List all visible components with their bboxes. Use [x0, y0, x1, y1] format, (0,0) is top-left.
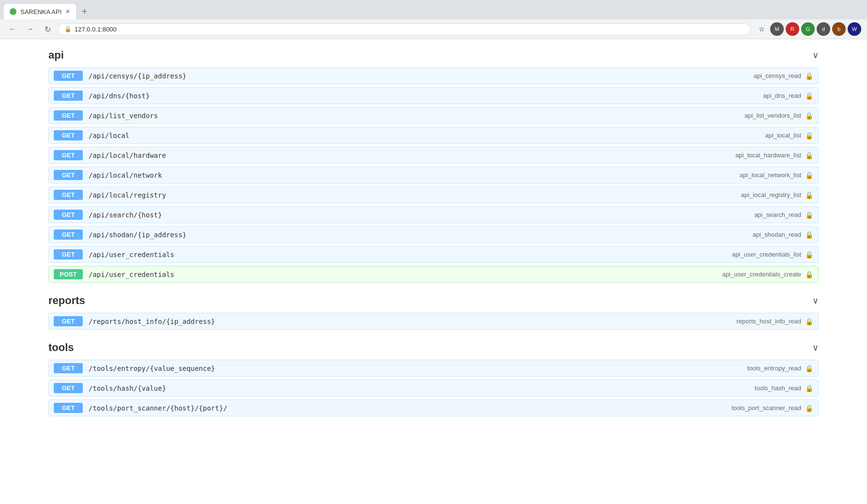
endpoint-path: /api/local/network — [89, 171, 740, 179]
method-badge: POST — [54, 269, 83, 279]
endpoint-row[interactable]: POST/api/user_credentialsapi_user_creden… — [48, 266, 819, 283]
toolbar-icons: ☆ M R G d b W — [755, 22, 861, 36]
endpoint-row[interactable]: GET/api/user_credentialsapi_user_credent… — [48, 246, 819, 263]
endpoint-operation-name: api_user_credentials_list — [732, 251, 801, 258]
section-header-reports: reports∨ — [48, 294, 819, 307]
section-reports: reports∨GET/reports/host_info/{ip_addres… — [48, 294, 819, 330]
method-badge: GET — [54, 363, 83, 373]
ext-icon-5[interactable]: b — [832, 22, 846, 36]
endpoint-row[interactable]: GET/api/shodan/{ip_address}api_shodan_re… — [48, 226, 819, 243]
endpoint-path: /api/dns/{host} — [89, 92, 763, 100]
active-tab[interactable]: SARENKA API ✕ — [4, 4, 76, 19]
endpoint-operation-name: api_local_network_list — [740, 171, 801, 179]
endpoint-row[interactable]: GET/api/dns/{host}api_dns_read🔒 — [48, 87, 819, 104]
method-badge: GET — [54, 190, 83, 200]
endpoint-lock-icon: 🔒 — [805, 112, 813, 120]
address-input[interactable]: 🔒 127.0.0.1:8000 — [58, 23, 751, 35]
security-lock-icon: 🔒 — [64, 26, 72, 32]
endpoint-row[interactable]: GET/api/local/hardwareapi_local_hardware… — [48, 147, 819, 164]
section-tools: tools∨GET/tools/entropy/{value_sequence}… — [48, 341, 819, 416]
endpoint-operation-name: api_user_credentials_create — [722, 271, 801, 278]
method-badge: GET — [54, 130, 83, 140]
method-badge: GET — [54, 249, 83, 260]
endpoint-row[interactable]: GET/tools/entropy/{value_sequence}tools_… — [48, 360, 819, 377]
method-badge: GET — [54, 229, 83, 240]
method-badge: GET — [54, 403, 83, 413]
new-tab-button[interactable]: + — [78, 7, 91, 17]
tab-title: SARENKA API — [20, 8, 61, 15]
endpoint-lock-icon: 🔒 — [805, 231, 813, 239]
endpoint-operation-name: api_local_registry_list — [741, 191, 801, 199]
endpoint-lock-icon: 🔒 — [805, 318, 813, 325]
endpoint-path: /api/censys/{ip_address} — [89, 72, 754, 80]
endpoint-path: /tools/port_scanner/{host}/{port}/ — [89, 404, 731, 412]
endpoint-row[interactable]: GET/tools/port_scanner/{host}/{port}/too… — [48, 399, 819, 416]
section-header-tools: tools∨ — [48, 341, 819, 354]
endpoint-row[interactable]: GET/api/local/networkapi_local_network_l… — [48, 167, 819, 183]
endpoint-lock-icon: 🔒 — [805, 251, 813, 259]
endpoint-lock-icon: 🔒 — [805, 171, 813, 179]
tab-bar: SARENKA API ✕ + — [0, 0, 867, 19]
forward-button[interactable]: → — [23, 22, 37, 36]
endpoint-path: /api/search/{host} — [89, 211, 754, 219]
endpoint-path: /api/shodan/{ip_address} — [89, 231, 753, 239]
endpoint-row[interactable]: GET/api/list_vendorsapi_list_vendors_lis… — [48, 107, 819, 124]
endpoint-operation-name: tools_hash_read — [755, 384, 801, 392]
tab-favicon — [10, 8, 16, 15]
endpoint-operation-name: api_local_hardware_list — [735, 152, 801, 159]
endpoint-lock-icon: 🔒 — [805, 211, 813, 219]
endpoint-operation-name: api_censys_read — [754, 72, 801, 79]
ext-icon-3[interactable]: G — [801, 22, 815, 36]
endpoint-row[interactable]: GET/api/localapi_local_list🔒 — [48, 127, 819, 144]
tab-close-button[interactable]: ✕ — [65, 8, 70, 15]
ext-icon-1[interactable]: M — [770, 22, 784, 36]
endpoint-path: /api/user_credentials — [89, 251, 732, 259]
method-badge: GET — [54, 383, 83, 393]
endpoint-row[interactable]: GET/api/search/{host}api_search_read🔒 — [48, 206, 819, 223]
method-badge: GET — [54, 150, 83, 160]
section-title-tools: tools — [48, 341, 74, 354]
method-badge: GET — [54, 71, 83, 81]
endpoint-path: /tools/hash/{value} — [89, 384, 755, 392]
endpoint-lock-icon: 🔒 — [805, 132, 813, 139]
main-content: api∨GET/api/censys/{ip_address}api_censy… — [0, 39, 867, 438]
method-badge: GET — [54, 210, 83, 220]
method-badge: GET — [54, 316, 83, 326]
endpoint-row[interactable]: GET/reports/host_info/{ip_address}report… — [48, 313, 819, 330]
ext-icon-6[interactable]: W — [848, 22, 861, 36]
endpoint-row[interactable]: GET/tools/hash/{value}tools_hash_read🔒 — [48, 380, 819, 397]
browser-chrome: SARENKA API ✕ + ← → ↻ 🔒 127.0.0.1:8000 ☆… — [0, 0, 867, 39]
endpoint-path: /api/local — [89, 132, 765, 139]
endpoint-operation-name: tools_entropy_read — [747, 365, 801, 372]
section-collapse-reports[interactable]: ∨ — [812, 295, 819, 306]
section-title-reports: reports — [48, 294, 85, 307]
endpoint-row[interactable]: GET/api/censys/{ip_address}api_censys_re… — [48, 67, 819, 84]
reload-button[interactable]: ↻ — [41, 22, 54, 36]
section-collapse-api[interactable]: ∨ — [812, 50, 819, 61]
back-button[interactable]: ← — [6, 22, 19, 36]
endpoint-lock-icon: 🔒 — [805, 152, 813, 159]
endpoint-operation-name: api_dns_read — [763, 92, 801, 99]
endpoint-path: /reports/host_info/{ip_address} — [89, 318, 736, 325]
ext-icon-4[interactable]: d — [817, 22, 830, 36]
method-badge: GET — [54, 110, 83, 121]
endpoint-operation-name: api_list_vendors_list — [745, 112, 801, 119]
endpoint-lock-icon: 🔒 — [805, 365, 813, 372]
endpoint-operation-name: api_shodan_read — [753, 231, 801, 238]
endpoint-operation-name: api_search_read — [754, 211, 801, 218]
method-badge: GET — [54, 91, 83, 101]
section-api: api∨GET/api/censys/{ip_address}api_censy… — [48, 49, 819, 283]
bookmark-icon[interactable]: ☆ — [755, 22, 768, 36]
endpoint-operation-name: api_local_list — [765, 132, 801, 139]
section-collapse-tools[interactable]: ∨ — [812, 342, 819, 353]
endpoint-path: /api/list_vendors — [89, 112, 745, 120]
endpoint-operation-name: reports_host_info_read — [736, 318, 801, 325]
ext-icon-2[interactable]: R — [786, 22, 799, 36]
endpoint-row[interactable]: GET/api/local/registryapi_local_registry… — [48, 186, 819, 203]
endpoint-path: /api/user_credentials — [89, 271, 722, 278]
endpoint-lock-icon: 🔒 — [805, 404, 813, 412]
address-bar: ← → ↻ 🔒 127.0.0.1:8000 ☆ M R G d b W — [0, 19, 867, 39]
endpoint-lock-icon: 🔒 — [805, 384, 813, 392]
section-title-api: api — [48, 49, 64, 61]
endpoint-path: /tools/entropy/{value_sequence} — [89, 365, 747, 372]
